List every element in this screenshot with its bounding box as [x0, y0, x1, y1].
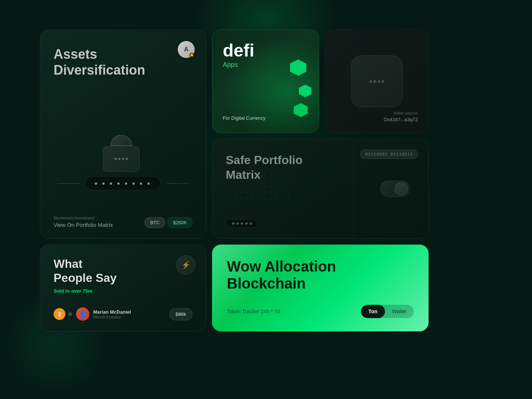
lock-dot-2 [118, 158, 120, 160]
user-info: ₿ ❋ 👤 Marian McDaniel Bitcoin Investor [54, 307, 131, 321]
portfolio-link[interactable]: View On Portfolio Matrix [54, 222, 113, 228]
lightning-icon: ⚡ [181, 260, 191, 269]
defi-title: defi [223, 42, 308, 59]
password-line-left [57, 183, 79, 184]
amount-label: $260K [167, 217, 192, 228]
matrix-dot-1 [232, 222, 234, 225]
user-avatar: 👤 [76, 307, 89, 321]
password-line-right [167, 183, 189, 184]
binary-badge: 01110001 01110011 [360, 150, 418, 159]
hw-line-top [377, 30, 377, 30]
people-card: What People Say Sold to over 75m ⚡ ₿ ❋ 👤… [40, 245, 206, 331]
allocation-title: Wow Allocation Blockchain [227, 258, 414, 292]
hex-small [299, 85, 311, 97]
matrix-dot-4 [245, 222, 248, 225]
wallet-button[interactable]: Wallet [385, 305, 414, 318]
assets-title: Assets Diversification [54, 46, 192, 78]
defi-card: defi Apps For Digital Currency [212, 30, 319, 133]
avatar: A [178, 41, 195, 58]
hardware-card: Wallet address Ox4167...a3q72 [325, 30, 429, 133]
matrix-dot-5 [250, 222, 252, 225]
lock-dot-4 [126, 158, 128, 160]
avatar-status-dot [190, 53, 194, 57]
hw-dot-4 [382, 80, 384, 83]
hw-dot-1 [369, 80, 372, 83]
assets-card-bottom: Blockchain Investment View On Portfolio … [54, 216, 192, 228]
people-amount-badge: $90k [169, 308, 192, 320]
btc-icon: ₿ [54, 308, 65, 320]
hex-decorations [290, 59, 311, 117]
lock-cap [110, 135, 132, 146]
btc-label: BTC [144, 217, 165, 228]
hex-large [290, 59, 306, 76]
lock-body [103, 146, 140, 172]
sold-label: Sold to over 75m [54, 288, 192, 294]
people-bottom: ₿ ❋ 👤 Marian McDaniel Bitcoin Investor $… [54, 307, 192, 321]
dot-separator: ❋ [68, 311, 72, 318]
password-area: ● ● ● ● ● ● ● ● [40, 176, 206, 190]
lock-dot-3 [122, 158, 124, 160]
wallet-address-label: Wallet address [383, 111, 418, 115]
ton-wallet-toggle[interactable]: Ton Wallet [361, 305, 414, 318]
people-title: What People Say [54, 257, 192, 285]
btc-badge: BTC $260K [144, 217, 192, 228]
matrix-card: Safe Portfolio Matrix 01110001 01110011 [212, 139, 429, 239]
lock-dot-1 [115, 158, 117, 160]
toggle-thumb [395, 182, 408, 195]
allocation-card: Wow Allocation Blockchain Token Tracker … [212, 245, 429, 331]
allocation-bottom: Token Tracker 24h * 7d Ton Wallet [227, 305, 414, 318]
assets-card: Assets Diversification A ● ● ● ● ● ● ● ● [40, 30, 206, 239]
dot-grid-pattern [223, 174, 293, 209]
matrix-bottom [226, 219, 258, 228]
user-role: Bitcoin Investor [93, 315, 131, 319]
ton-button[interactable]: Ton [361, 305, 385, 318]
matrix-dots-row [226, 219, 258, 228]
wallet-info: Wallet address Ox4167...a3q72 [383, 111, 418, 122]
lightning-button[interactable]: ⚡ [176, 255, 195, 274]
hw-dot-3 [378, 80, 380, 83]
blockchain-label: Blockchain Investment [54, 216, 113, 220]
matrix-dot-2 [236, 222, 239, 225]
defi-tagline: For Digital Currency [223, 115, 266, 121]
hw-line-bottom [377, 133, 377, 133]
hw-dot-2 [374, 80, 376, 83]
crypto-icons: ₿ ❋ [54, 308, 72, 320]
wallet-address-value: Ox4167...a3q72 [383, 117, 418, 122]
tracker-label: Token Tracker 24h * 7d [227, 308, 280, 314]
hw-dots [369, 80, 384, 83]
matrix-dot-3 [241, 222, 243, 225]
vertical-divider [354, 139, 354, 238]
hex-medium [294, 103, 308, 117]
user-name: Marian McDaniel [93, 309, 131, 315]
password-field[interactable]: ● ● ● ● ● ● ● ● [85, 176, 161, 190]
hw-device [351, 55, 403, 107]
toggle-switch[interactable] [380, 181, 410, 197]
